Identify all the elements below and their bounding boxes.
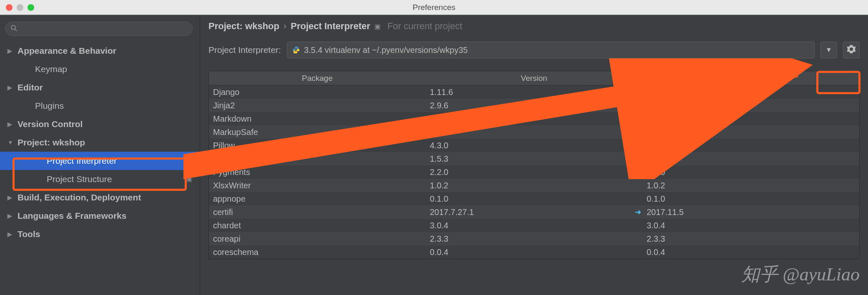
cell-latest: 2.3.3: [642, 234, 859, 244]
breadcrumb-project-prefix: Project:: [208, 21, 243, 31]
cell-version: 1.0.2: [426, 181, 642, 190]
table-row[interactable]: coreschema0.0.40.0.4: [209, 245, 859, 259]
interpreter-label: Project Interpreter:: [208, 45, 281, 55]
scope-icon: ▣: [374, 22, 381, 30]
chevron-right-icon: ▶: [8, 121, 15, 128]
interpreter-dropdown-button[interactable]: ▼: [820, 42, 837, 58]
sidebar-item-label: Appearance & Behavior: [18, 46, 116, 56]
chevron-right-icon: ▶: [8, 84, 15, 91]
svg-point-0: [11, 25, 15, 30]
scope-icon: ▣: [186, 175, 192, 183]
minimize-window-button[interactable]: [17, 4, 23, 11]
table-row[interactable]: coreapi2.3.32.3.3: [209, 232, 859, 245]
cell-version: 1.5.3: [426, 154, 642, 164]
cell-latest: 2.6.9: [642, 114, 859, 124]
sidebar-item-keymap[interactable]: Keymap: [0, 60, 200, 78]
table-row[interactable]: certifi2017.7.27.1➜2017.11.5: [209, 205, 859, 219]
col-latest[interactable]: Latest: [642, 74, 859, 83]
sidebar-item-label: Languages & Frameworks: [18, 211, 126, 221]
table-row[interactable]: Django1.11.6➜2.0rc1: [209, 85, 859, 99]
sidebar-item-plugins[interactable]: Plugins: [0, 97, 200, 115]
sidebar-item-languages-frameworks[interactable]: ▶Languages & Frameworks: [0, 207, 200, 225]
window-title: Preferences: [413, 3, 455, 12]
table-row[interactable]: PyJWT1.5.31.5.3: [209, 152, 859, 165]
cell-package: Markdown: [209, 114, 426, 124]
table-row[interactable]: Pygments2.2.02.2.0: [209, 165, 859, 179]
search-input[interactable]: [5, 22, 193, 36]
close-window-button[interactable]: [6, 4, 13, 11]
cell-latest: 2.2.0: [642, 168, 859, 177]
col-package[interactable]: Package: [209, 74, 426, 83]
sidebar-item-label: Tools: [18, 229, 40, 239]
cell-latest: 3.0.4: [642, 221, 859, 230]
sidebar-item-label: Editor: [18, 82, 43, 92]
chevron-right-icon: ▶: [8, 212, 15, 219]
sidebar-item-project-interpreter[interactable]: Project Interpreter▣: [0, 152, 200, 170]
cell-version: 2.9.6: [426, 101, 642, 110]
update-available-icon: ➜: [635, 208, 641, 217]
sidebar-item-label: Project Interpreter: [47, 156, 117, 166]
cell-latest: ➜2.10: [642, 101, 859, 110]
sidebar-item-label: Project: wkshop: [18, 138, 85, 148]
cell-version: 3.0.4: [426, 221, 642, 230]
cell-version: 1.11.6: [426, 88, 642, 97]
chevron-right-icon: ▶: [8, 194, 15, 201]
interpreter-value: 3.5.4 virtualenv at ~/.pyenv/versions/wk…: [304, 45, 468, 55]
sidebar-item-build-execution-deployment[interactable]: ▶Build, Execution, Deployment: [0, 188, 200, 207]
col-version[interactable]: Version: [426, 74, 642, 83]
cell-package: Django: [209, 88, 426, 97]
cell-package: Jinja2: [209, 101, 426, 110]
sidebar-item-version-control[interactable]: ▶Version Control: [0, 115, 200, 133]
cell-version: 0.0.4: [426, 248, 642, 257]
cell-version: 2.6.9: [426, 114, 642, 124]
cell-package: chardet: [209, 221, 426, 230]
sidebar-item-appearance-behavior[interactable]: ▶Appearance & Behavior: [0, 42, 200, 60]
update-available-icon: ➜: [635, 88, 641, 97]
sidebar-item-label: Plugins: [35, 101, 64, 111]
table-row[interactable]: MarkupSafe1.01.0: [209, 125, 859, 139]
cell-latest: ➜2017.11.5: [642, 208, 859, 217]
table-row[interactable]: Markdown2.6.92.6.9: [209, 112, 859, 125]
cell-latest: 1.5.3: [642, 154, 859, 164]
interpreter-select[interactable]: 3.5.4 virtualenv at ~/.pyenv/versions/wk…: [287, 42, 815, 58]
cell-package: PyJWT: [209, 154, 426, 164]
scope-icon: ▣: [186, 157, 192, 165]
sidebar-item-label: Project Structure: [47, 174, 112, 184]
breadcrumb-section: Project Interpreter: [291, 21, 370, 32]
cell-package: coreschema: [209, 248, 426, 257]
cell-package: appnope: [209, 194, 426, 204]
maximize-window-button[interactable]: [28, 4, 34, 11]
table-header: Package Version Latest: [209, 71, 859, 85]
chevron-right-icon: ▶: [8, 48, 15, 54]
settings-tree: ▶Appearance & BehaviorKeymap▶EditorPlugi…: [0, 42, 200, 243]
breadcrumb-separator: ›: [283, 21, 286, 32]
cell-latest: 1.0: [642, 128, 859, 137]
cell-latest: 0.1.0: [642, 194, 859, 204]
table-row[interactable]: Pillow4.3.04.3.0: [209, 139, 859, 152]
window-controls: [6, 4, 34, 11]
cell-version: 2.2.0: [426, 168, 642, 177]
chevron-down-icon: ▼: [825, 46, 832, 54]
sidebar-item-label: Version Control: [18, 119, 83, 129]
sidebar-item-label: Keymap: [35, 64, 67, 74]
table-row[interactable]: XlsxWriter1.0.21.0.2: [209, 179, 859, 192]
packages-table: Package Version Latest Django1.11.6➜2.0r…: [208, 71, 860, 259]
sidebar-item-project-structure[interactable]: Project Structure▣: [0, 170, 200, 188]
sidebar-item-editor[interactable]: ▶Editor: [0, 78, 200, 97]
titlebar: Preferences: [0, 0, 868, 15]
interpreter-settings-button[interactable]: [843, 42, 860, 58]
cell-package: Pygments: [209, 168, 426, 177]
breadcrumb-project-name: wkshop: [245, 21, 279, 31]
cell-package: coreapi: [209, 234, 426, 244]
cell-package: MarkupSafe: [209, 128, 426, 137]
cell-version: 2017.7.27.1: [426, 208, 642, 217]
table-row[interactable]: chardet3.0.43.0.4: [209, 219, 859, 232]
sidebar-item-project-wkshop[interactable]: ▼Project: wkshop: [0, 133, 200, 152]
sidebar: ▶Appearance & BehaviorKeymap▶EditorPlugi…: [0, 15, 200, 295]
table-row[interactable]: appnope0.1.00.1.0: [209, 192, 859, 205]
sidebar-item-tools[interactable]: ▶Tools: [0, 225, 200, 243]
python-icon: [292, 46, 300, 54]
table-row[interactable]: Jinja22.9.6➜2.10: [209, 99, 859, 112]
cell-package: Pillow: [209, 141, 426, 150]
chevron-right-icon: ▶: [8, 231, 15, 238]
